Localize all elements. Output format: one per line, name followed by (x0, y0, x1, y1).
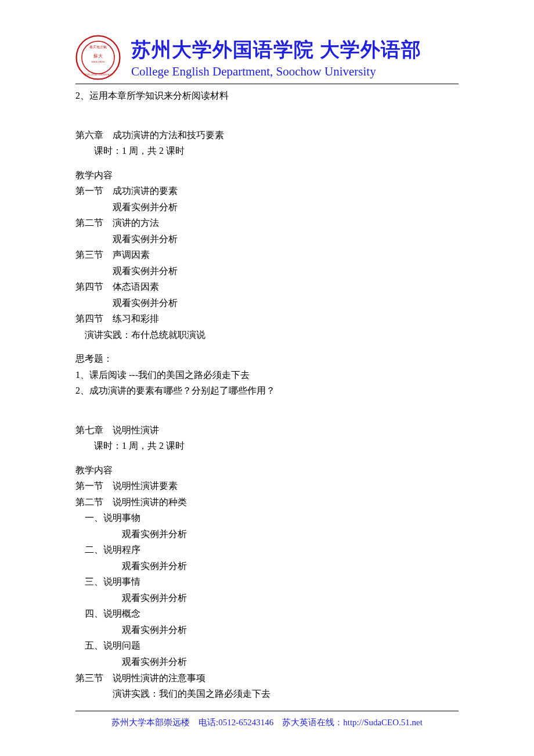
text-line: 观看实例并分析 (75, 654, 459, 670)
header-divider (75, 84, 459, 84)
text-line: 课时：1 周，共 2 课时 (75, 438, 459, 454)
text-line: 第一节 说明性演讲要素 (75, 478, 459, 494)
text-line: 第一节 成功演讲的要素 (75, 183, 459, 199)
text-line: 三、说明事情 (75, 574, 459, 590)
text-line: 第四节 练习和彩排 (75, 311, 459, 327)
svg-text:養天地正氣: 養天地正氣 (89, 45, 107, 49)
section-label: 教学内容 (75, 167, 459, 183)
text-line: 观看实例并分析 (75, 263, 459, 279)
text-line: 2、运用本章所学知识来分析阅读材料 (75, 88, 459, 104)
svg-text:蘇大: 蘇大 (93, 53, 103, 59)
footer-site-label: 苏大英语在线： (282, 718, 343, 727)
text-line: 一、说明事物 (75, 510, 459, 526)
footer-tel-label: 电话: (199, 718, 218, 727)
text-line: 第三节 说明性演讲的注意事项 (75, 670, 459, 686)
text-line: 四、说明概念 (75, 606, 459, 622)
svg-text:UNTO A FULL GROWN MAN: UNTO A FULL GROWN MAN (84, 74, 113, 76)
section-label: 教学内容 (75, 462, 459, 478)
text-line: 演讲实践：我们的美国之路必须走下去 (75, 686, 459, 702)
footer-tel: 0512-65243146 (218, 718, 273, 727)
text-line: 五、说明问题 (75, 638, 459, 654)
text-line: 观看实例并分析 (75, 558, 459, 574)
footer-divider (75, 711, 459, 711)
footer-address: 苏州大学本部崇远楼 (111, 718, 190, 727)
text-line: 观看实例并分析 (75, 590, 459, 606)
header-title-en: College English Department, Soochow Univ… (131, 64, 459, 79)
text-line: 观看实例并分析 (75, 622, 459, 638)
text-line: 2、成功演讲的要素有哪些？分别起了哪些作用？ (75, 383, 459, 399)
header-title-cn: 苏州大学外国语学院 大学外语部 (131, 37, 459, 63)
text-line: 第二节 说明性演讲的种类 (75, 494, 459, 510)
text-line: 1、课后阅读 ---我们的美国之路必须走下去 (75, 367, 459, 383)
section-label: 思考题： (75, 351, 459, 367)
text-line: 第四节 体态语因素 (75, 279, 459, 295)
footer-site-link[interactable]: http://SudaCEO.51.net (343, 718, 423, 727)
text-line: 第三节 声调因素 (75, 247, 459, 263)
university-seal-icon: 養天地正氣 蘇大 SOOCHOW UNTO A FULL GROWN MAN (75, 35, 121, 80)
text-line: 演讲实践：布什总统就职演说 (75, 327, 459, 343)
text-line: 二、说明程序 (75, 542, 459, 558)
text-line: 课时：1 周，共 2 课时 (75, 143, 459, 159)
svg-text:SOOCHOW: SOOCHOW (91, 60, 105, 63)
text-line: 观看实例并分析 (75, 295, 459, 311)
chapter-title: 第七章 说明性演讲 (75, 422, 459, 438)
text-line: 观看实例并分析 (75, 231, 459, 247)
page-header: 養天地正氣 蘇大 SOOCHOW UNTO A FULL GROWN MAN 苏… (75, 35, 459, 80)
text-line: 第二节 演讲的方法 (75, 215, 459, 231)
chapter-title: 第六章 成功演讲的方法和技巧要素 (75, 127, 459, 143)
document-body: 2、运用本章所学知识来分析阅读材料 第六章 成功演讲的方法和技巧要素 课时：1 … (75, 88, 459, 702)
text-line: 观看实例并分析 (75, 526, 459, 542)
text-line: 观看实例并分析 (75, 199, 459, 215)
page-footer: 苏州大学本部崇远楼 电话:0512-65243146 苏大英语在线：http:/… (75, 707, 459, 728)
